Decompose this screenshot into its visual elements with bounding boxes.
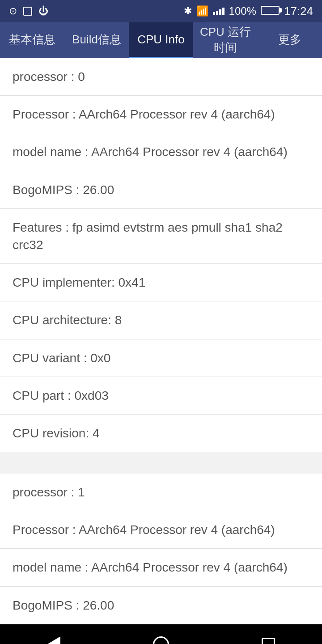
list-item: CPU part : 0xd03 bbox=[0, 377, 322, 415]
back-button[interactable] bbox=[36, 631, 72, 644]
back-icon bbox=[47, 636, 60, 644]
tab-build[interactable]: Build信息 bbox=[64, 22, 129, 58]
battery-icon bbox=[261, 5, 280, 17]
list-item: processor : 1 bbox=[0, 474, 322, 511]
list-item: CPU revision: 4 bbox=[0, 415, 322, 452]
list-item: model name : AArch64 Processor rev 4 (aa… bbox=[0, 133, 322, 171]
tab-bar: 基本信息 Build信息 CPU Info CPU 运行时间 更多 bbox=[0, 22, 322, 58]
list-item: processor : 0 bbox=[0, 58, 322, 96]
recents-icon bbox=[262, 638, 275, 644]
list-item: model name : AArch64 Processor rev 4 (aa… bbox=[0, 549, 322, 586]
ring-icon: ⊙ bbox=[9, 5, 17, 17]
list-item: BogoMIPS : 26.00 bbox=[0, 171, 322, 209]
tab-cpu[interactable]: CPU Info bbox=[129, 22, 193, 58]
list-item: CPU variant : 0x0 bbox=[0, 339, 322, 377]
power-icon: ⏻ bbox=[38, 5, 48, 17]
list-item: CPU architecture: 8 bbox=[0, 301, 322, 339]
list-item: BogoMIPS : 26.00 bbox=[0, 587, 322, 624]
tab-basic[interactable]: 基本信息 bbox=[0, 22, 64, 58]
recents-button[interactable] bbox=[250, 631, 286, 644]
bluetooth-icon: ✱ bbox=[184, 5, 192, 17]
list-item: CPU implementer: 0x41 bbox=[0, 264, 322, 301]
tab-cpu-runtime[interactable]: CPU 运行时间 bbox=[193, 22, 258, 58]
status-bar-right-icons: ✱ 📶 100% 17:24 bbox=[184, 4, 313, 18]
wifi-icon: 📶 bbox=[196, 5, 208, 17]
home-icon bbox=[153, 636, 169, 644]
screenshot-icon bbox=[23, 7, 32, 16]
tab-more[interactable]: 更多 bbox=[258, 22, 322, 58]
bottom-nav bbox=[0, 624, 322, 644]
content-area: processor : 0 Processor : AArch64 Proces… bbox=[0, 58, 322, 624]
list-item: Processor : AArch64 Processor rev 4 (aar… bbox=[0, 511, 322, 549]
signal-icon bbox=[213, 5, 225, 17]
status-bar: ⊙ ⏻ ✱ 📶 100% 17:24 bbox=[0, 0, 322, 22]
home-button[interactable] bbox=[143, 631, 179, 644]
section-gap bbox=[0, 452, 322, 474]
status-time: 17:24 bbox=[284, 4, 313, 18]
battery-percent: 100% bbox=[229, 5, 256, 17]
list-item: Features : fp asimd evtstrm aes pmull sh… bbox=[0, 209, 322, 264]
status-bar-left-icons: ⊙ ⏻ bbox=[9, 5, 48, 17]
list-item: Processor : AArch64 Processor rev 4 (aar… bbox=[0, 96, 322, 133]
